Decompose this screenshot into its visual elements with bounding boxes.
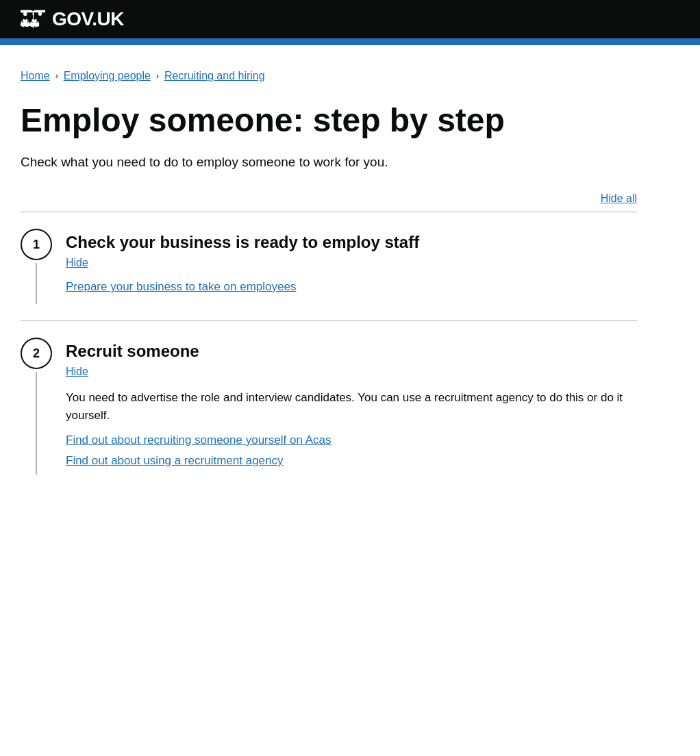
page-subtitle: Check what you need to do to employ some…: [21, 153, 637, 173]
breadcrumb-separator-1: ›: [55, 71, 58, 81]
main-content: Home › Employing people › Recruiting and…: [0, 45, 658, 518]
step-2-line: [36, 372, 37, 475]
hide-all-link[interactable]: Hide all: [601, 192, 637, 204]
breadcrumb-employing-people[interactable]: Employing people: [64, 70, 151, 82]
step-1-line: [36, 263, 37, 304]
hide-all-container: Hide all: [21, 192, 637, 205]
breadcrumb: Home › Employing people › Recruiting and…: [21, 70, 637, 82]
step-2-number-container: 2: [21, 338, 52, 475]
step-1: 1 Check your business is ready to employ…: [21, 212, 637, 320]
breadcrumb-recruiting-hiring[interactable]: Recruiting and hiring: [164, 70, 265, 82]
step-1-hide-link[interactable]: Hide: [66, 257, 637, 269]
step-2-link-1[interactable]: Find out about using a recruitment agenc…: [66, 454, 637, 468]
blue-bar: [0, 38, 700, 45]
step-1-number: 1: [21, 229, 52, 260]
step-2: 2 Recruit someone Hide You need to adver…: [21, 321, 637, 491]
step-1-link-0[interactable]: Prepare your business to take on employe…: [66, 280, 637, 294]
crown-icon: [21, 8, 45, 30]
gov-uk-logo[interactable]: GOV.UK: [21, 8, 124, 30]
step-2-link-0[interactable]: Find out about recruiting someone yourse…: [66, 433, 637, 447]
page-title: Employ someone: step by step: [21, 103, 637, 139]
step-2-title: Recruit someone: [66, 342, 637, 362]
step-1-title: Check your business is ready to employ s…: [66, 233, 637, 253]
breadcrumb-separator-2: ›: [156, 71, 159, 81]
step-2-body: You need to advertise the role and inter…: [66, 389, 637, 424]
breadcrumb-home[interactable]: Home: [21, 70, 50, 82]
step-1-content: Check your business is ready to employ s…: [66, 229, 637, 304]
site-header: GOV.UK: [0, 0, 700, 38]
step-2-hide-link[interactable]: Hide: [66, 366, 637, 378]
step-2-number: 2: [21, 338, 52, 369]
step-2-content: Recruit someone Hide You need to adverti…: [66, 338, 637, 475]
gov-uk-wordmark: GOV.UK: [52, 8, 124, 30]
step-1-number-container: 1: [21, 229, 52, 304]
